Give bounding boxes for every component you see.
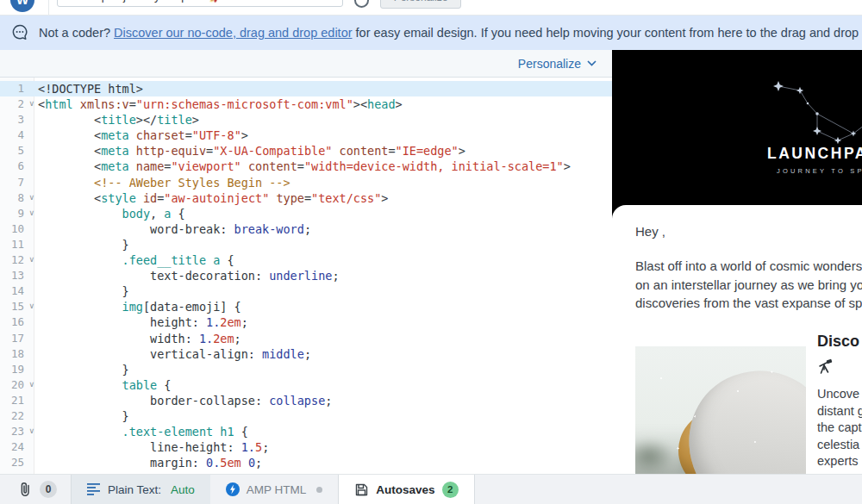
amp-icon	[226, 482, 240, 496]
amp-toggle-dot[interactable]	[316, 487, 322, 493]
code-line[interactable]: }	[38, 408, 612, 424]
code-line[interactable]: }	[38, 362, 612, 377]
amp-html-label: AMP HTML	[247, 483, 307, 496]
attachments-button[interactable]: 0	[0, 475, 71, 504]
chevron-down-icon	[587, 60, 597, 66]
fold-caret-icon[interactable]: ∨	[28, 96, 34, 111]
floppy-save-icon	[354, 482, 369, 497]
line-number: 18	[0, 346, 34, 362]
banner-text: Not a coder?	[39, 26, 114, 40]
code-line[interactable]: .text-element h1 {	[38, 424, 612, 439]
line-number: 21	[0, 393, 34, 408]
code-line[interactable]: }	[38, 283, 612, 299]
top-bar: W Launchpad journey to space 🚀 Personali…	[0, 0, 862, 16]
brand-title: LAUNCHPAD	[767, 145, 862, 163]
code-line[interactable]: word-break: break-word;	[38, 221, 612, 237]
line-number: 25	[0, 455, 34, 470]
code-line[interactable]: <html xmlns:v="urn:schemas-microsoft-com…	[38, 96, 612, 112]
code-line[interactable]: <meta charset="UTF-8">	[38, 128, 612, 143]
line-number: 17	[0, 331, 34, 346]
divider	[48, 0, 49, 16]
line-number: 11	[0, 237, 34, 252]
line-number: 3	[0, 112, 34, 128]
email-intro-paragraph: Blast off into a world of cosmic wonders…	[635, 257, 862, 313]
fold-caret-icon[interactable]: ∨	[28, 190, 34, 205]
personalize-dropdown[interactable]: Personalize	[518, 57, 597, 71]
code-line[interactable]: <meta http-equiv="X-UA-Compatible" conte…	[38, 143, 612, 159]
attachments-count-badge: 0	[40, 481, 57, 498]
line-number: 2∨	[0, 96, 34, 112]
brand-subtitle: JOURNEY TO SPACE	[777, 167, 862, 175]
line-number: 15∨	[0, 299, 34, 314]
paperclip-icon	[17, 481, 33, 498]
tab-amp-html[interactable]: AMP HTML	[210, 475, 339, 504]
code-line[interactable]: <title></title>	[38, 112, 612, 128]
code-line[interactable]: <!-- AWeber Styles Begin -->	[38, 175, 612, 190]
code-line[interactable]: body, a {	[38, 206, 612, 221]
editor-toolbar: Personalize	[0, 50, 612, 78]
plain-text-label: Plain Text:	[108, 483, 161, 496]
banner-message: Not a coder? Discover our no-code, drag …	[39, 26, 862, 40]
line-number: 20∨	[0, 377, 34, 393]
line-number: 1	[0, 81, 34, 96]
code-line[interactable]: text-decoration: underline;	[38, 268, 612, 283]
article-paragraph: Uncovedistant gthe captcelestiaexperts	[817, 386, 862, 470]
line-number: 24	[0, 439, 34, 455]
bottom-bar: 0 Plain Text: Auto AMP HTML	[0, 474, 862, 504]
subject-personalize-button[interactable]: Personalize	[380, 0, 461, 9]
fold-caret-icon[interactable]: ∨	[28, 252, 34, 267]
banner-link[interactable]: Discover our no-code, drag and drop edit…	[114, 26, 352, 40]
autosaves-count-badge: 2	[442, 482, 459, 498]
chat-bubble-icon	[10, 23, 29, 42]
code-line[interactable]: .feed__title a {	[38, 252, 612, 268]
email-greeting: Hey ,	[635, 224, 665, 239]
line-number: 10	[0, 221, 34, 237]
line-number: 23∨	[0, 424, 34, 439]
banner-text: for easy email design. If you need help …	[353, 26, 862, 40]
line-number: 12∨	[0, 252, 34, 268]
line-number: 7	[0, 175, 34, 190]
line-number: 22	[0, 408, 34, 424]
code-line[interactable]: height: 1.2em;	[38, 314, 612, 330]
code-line[interactable]: img[data-emoji] {	[38, 299, 612, 314]
gutter: 12∨345678∨9∨101112∨131415∨1617181920∨212…	[0, 81, 34, 470]
code-line[interactable]: width: 1.2em;	[38, 331, 612, 346]
line-number: 9∨	[0, 206, 34, 221]
fold-caret-icon[interactable]: ∨	[28, 423, 34, 439]
aweber-logo-icon[interactable]: W	[10, 0, 34, 12]
line-number: 5	[0, 143, 34, 159]
line-number: 13	[0, 268, 34, 283]
code-line[interactable]: }	[38, 237, 612, 252]
astronaut-image	[635, 346, 806, 474]
fold-caret-icon[interactable]: ∨	[28, 376, 34, 392]
line-number: 19	[0, 362, 34, 377]
code-line[interactable]: margin: 0.5em 0;	[38, 455, 612, 470]
subject-input[interactable]: Launchpad journey to space 🚀	[57, 0, 343, 7]
email-preview-pane: LAUNCHPAD JOURNEY TO SPACE Hey , Blast o…	[612, 50, 862, 474]
line-number: 16	[0, 314, 34, 330]
aweber-html-editor: W Launchpad journey to space 🚀 Personali…	[0, 0, 862, 504]
code-line[interactable]: <meta name="viewport" content="width=dev…	[38, 159, 612, 174]
email-hero: LAUNCHPAD JOURNEY TO SPACE	[612, 50, 862, 210]
code-editor-pane: Personalize 12∨345678∨9∨101112∨131415∨16…	[0, 50, 612, 474]
no-coder-banner: Not a coder? Discover our no-code, drag …	[0, 16, 862, 50]
code-line[interactable]: <style id="aw-autoinject" type="text/css…	[38, 190, 612, 206]
tab-plain-text[interactable]: Plain Text: Auto	[71, 475, 210, 504]
fold-caret-icon[interactable]: ∨	[28, 298, 34, 314]
code-line[interactable]: table {	[38, 377, 612, 393]
emoji-picker-icon[interactable]	[354, 0, 369, 8]
code-line[interactable]: border-collapse: collapse;	[38, 393, 612, 408]
article-heading: Disco	[817, 333, 859, 351]
constellation-graphic	[612, 50, 862, 210]
code-line[interactable]: vertical-align: middle;	[38, 346, 612, 362]
code-area[interactable]: 12∨345678∨9∨101112∨131415∨1617181920∨212…	[0, 78, 612, 474]
line-number: 14	[0, 283, 34, 299]
code-line[interactable]: <!DOCTYPE html>	[38, 81, 612, 96]
line-number: 8∨	[0, 190, 34, 206]
personalize-label: Personalize	[518, 57, 581, 71]
code-lines[interactable]: <!DOCTYPE html><html xmlns:v="urn:schema…	[38, 81, 612, 470]
tab-autosaves[interactable]: Autosaves 2	[338, 475, 474, 504]
fold-caret-icon[interactable]: ∨	[28, 205, 34, 221]
text-lines-icon	[87, 483, 101, 495]
code-line[interactable]: line-height: 1.5;	[38, 439, 612, 455]
